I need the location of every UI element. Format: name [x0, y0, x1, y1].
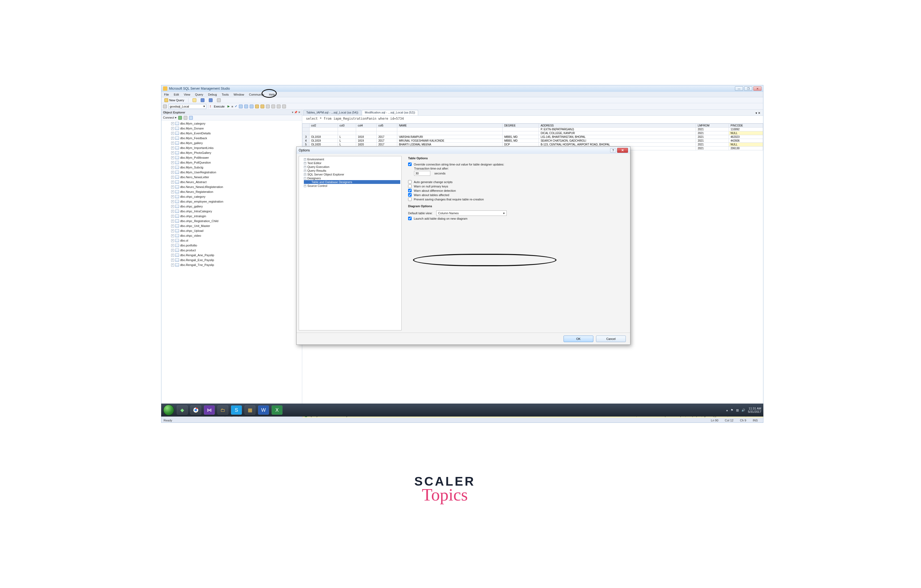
column-header[interactable]: col4 [356, 124, 377, 127]
expand-icon[interactable]: + [304, 162, 306, 165]
tray-volume-icon[interactable]: 🔊 [742, 409, 745, 412]
stop-icon-2[interactable] [184, 116, 187, 120]
system-tray[interactable]: ▴ ⚑ ▥ 🔊 11:31 AM 5/31/2017 [726, 407, 761, 413]
tree-item[interactable]: +dbo.Neuro_Registeration [163, 189, 301, 194]
table-cell[interactable]: 1818 [356, 135, 377, 139]
table-cell[interactable]: 4 [303, 139, 309, 143]
menu-debug[interactable]: Debug [207, 93, 217, 96]
print-button[interactable] [216, 98, 222, 103]
warn-tables-checkbox[interactable] [408, 193, 412, 197]
table-cell[interactable] [377, 127, 397, 131]
execute-button[interactable]: Execute [213, 104, 226, 109]
expand-icon[interactable]: + [171, 220, 174, 223]
tree-item[interactable]: +dbo.Rengali_Exe_Payslip [163, 257, 301, 262]
table-cell[interactable]: SEARCH CHATGAON, GADCHIROLI [539, 139, 696, 143]
column-header[interactable] [303, 124, 309, 127]
tree-item[interactable]: +dbo.Mym_gallery [163, 140, 301, 145]
table-cell[interactable] [502, 127, 539, 131]
table-cell[interactable] [397, 131, 503, 135]
results-grid-icon[interactable] [250, 104, 254, 108]
maximize-button[interactable]: ❐ [744, 86, 752, 91]
table-cell[interactable]: 110092 [729, 127, 763, 131]
table-cell[interactable] [303, 127, 309, 131]
launch-dialog-checkbox[interactable] [408, 217, 412, 220]
table-cell[interactable]: 1820 [356, 143, 377, 147]
table-cell[interactable]: B-123, CENTRAL HOSPITAL, AIRPORT ROAD, B… [539, 143, 696, 147]
table-cell[interactable] [338, 127, 356, 131]
table-cell[interactable]: 2017 [377, 143, 397, 147]
tree-item[interactable]: +dbo.ohpc_gallery [163, 204, 301, 209]
tree-item[interactable]: +dbo.ohpc_category [163, 194, 301, 199]
tree-item[interactable]: +dbo.Rengali_Ane_Payslip [163, 253, 301, 257]
expand-icon[interactable]: + [304, 173, 306, 176]
expand-icon[interactable]: + [171, 210, 174, 213]
table-cell[interactable]: 2021 [696, 127, 729, 131]
expand-icon[interactable]: + [171, 225, 174, 228]
close-button[interactable]: ✕ [753, 86, 762, 91]
actual-plan-icon[interactable] [244, 104, 248, 108]
expand-icon[interactable]: + [171, 234, 174, 237]
menu-help[interactable]: Help [268, 93, 276, 96]
table-row[interactable]: DICAL COLLEGE, KANPUR2021NULL [303, 131, 763, 135]
tab-active[interactable]: Modification.sql - ...sql_Local (sa (52)… [362, 110, 418, 116]
menu-query[interactable]: Query [194, 93, 203, 96]
tree-item[interactable]: +dbo.Neuro_Abstract [163, 179, 301, 184]
tree-item[interactable]: +dbo.ohpc_video [163, 233, 301, 238]
expand-icon[interactable]: + [304, 158, 306, 161]
prevent-saving-checkbox[interactable] [408, 197, 412, 201]
table-cell[interactable] [502, 131, 539, 135]
column-header[interactable]: col2 [309, 124, 338, 127]
table-cell[interactable]: L [338, 139, 356, 143]
column-header[interactable]: PINCODE [729, 124, 763, 127]
table-cell[interactable] [356, 131, 377, 135]
table-cell[interactable] [397, 127, 503, 131]
ok-button[interactable]: OK [563, 336, 593, 342]
play-icon[interactable]: ▶ [228, 104, 229, 108]
tree-item[interactable]: +dbo.Mym_PhotoGallery [163, 150, 301, 155]
override-timeout-checkbox[interactable] [408, 163, 412, 166]
comment-icon[interactable] [266, 104, 270, 108]
connect-button[interactable]: Connect ▾ [163, 116, 177, 119]
tree-item[interactable]: +dbo.Mym_ImportantLinks [163, 145, 301, 150]
table-cell[interactable] [303, 131, 309, 135]
tree-item[interactable]: +dbo.ohpc_Upload [163, 228, 301, 233]
expand-icon[interactable]: + [171, 156, 174, 159]
tree-item[interactable]: +dbo.Mym_category [163, 121, 301, 126]
expand-icon[interactable]: + [171, 239, 174, 242]
expand-icon[interactable]: + [171, 195, 174, 198]
column-header[interactable]: LMFROM [696, 124, 729, 127]
tree-item[interactable]: +dbo.Mym_UserRegistration [163, 170, 301, 175]
tree-item[interactable]: +dbo.Mym_Subctg [163, 165, 301, 170]
expand-icon[interactable]: + [171, 161, 174, 164]
expand-icon[interactable]: + [171, 259, 174, 262]
table-cell[interactable]: 442606 [729, 139, 763, 143]
taskbar-skype[interactable]: S [231, 406, 242, 415]
table-cell[interactable]: NULL [729, 143, 763, 147]
expand-icon[interactable]: + [171, 142, 174, 145]
open-button[interactable] [191, 98, 198, 103]
taskbar-fileexplorer[interactable]: 🗀 [218, 406, 228, 415]
filter-icon[interactable] [189, 116, 193, 120]
expand-icon[interactable]: + [171, 176, 174, 179]
database-selector[interactable]: goodsql_Local▾ [168, 104, 207, 109]
stop-icon[interactable]: ■ [231, 105, 233, 108]
collapse-icon[interactable]: − [304, 177, 306, 179]
tree-source-control[interactable]: Source Control [308, 184, 327, 187]
cancel-button[interactable]: Cancel [596, 336, 626, 342]
menu-window[interactable]: Window [233, 93, 244, 96]
tree-designers[interactable]: Designers [308, 177, 321, 180]
tree-item[interactable]: +dbo.Mym_Feedback [163, 136, 301, 140]
table-cell[interactable]: 2021 [696, 143, 729, 147]
table-row[interactable]: 4OL1819L18192017MRUNAL YOGESHWAR KALKOND… [303, 139, 763, 143]
tree-item[interactable]: +dbo.ohpc_Registration_Child [163, 218, 301, 223]
expand-icon[interactable]: + [171, 264, 174, 267]
expand-icon[interactable]: + [171, 191, 174, 193]
tree-item[interactable]: +dbo.Mym_PollQuestion [163, 160, 301, 165]
menu-view[interactable]: View [183, 93, 191, 96]
table-cell[interactable]: L [338, 143, 356, 147]
menu-file[interactable]: File [164, 93, 169, 96]
tray-flag-icon[interactable]: ⚑ [731, 409, 733, 412]
taskbar-excel[interactable]: X [272, 406, 282, 415]
table-row[interactable]: P. EXTN-99(PATPARGANJ)2021110092 [303, 127, 763, 131]
table-cell[interactable]: MBBS, MD [502, 139, 539, 143]
